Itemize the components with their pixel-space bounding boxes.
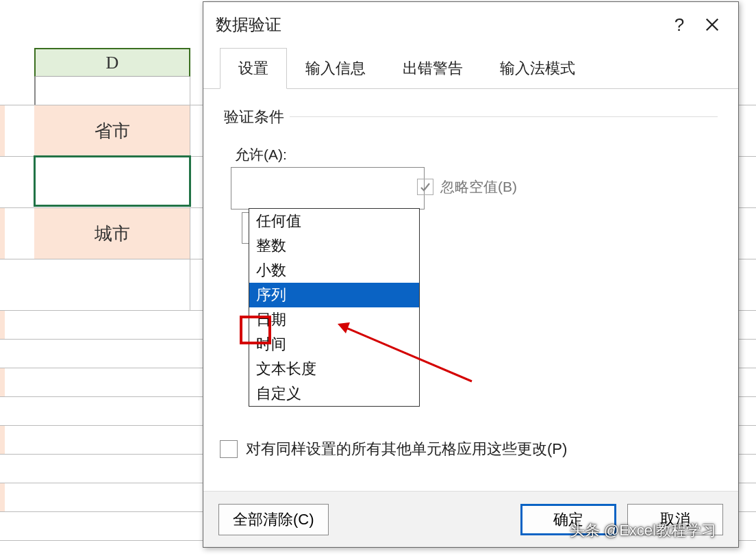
tab-input-message[interactable]: 输入信息 — [287, 48, 384, 89]
row-color-edge — [0, 368, 5, 396]
cell-input-city[interactable] — [34, 259, 190, 310]
tab-error-alert[interactable]: 出错警告 — [384, 48, 481, 89]
close-icon — [705, 17, 720, 32]
allow-option-time[interactable]: 时间 — [249, 332, 419, 357]
cell-label-province[interactable]: 省市 — [34, 105, 190, 156]
column-header-d[interactable]: D — [34, 48, 190, 77]
allow-option-list[interactable]: 序列 — [249, 283, 419, 307]
apply-others-label: 对有同样设置的所有其他单元格应用这些更改(P) — [246, 439, 567, 459]
annotation-highlight-option — [240, 316, 271, 344]
dialog-content: 验证条件 允许(A): 任何值 任何值 整数 小数 序列 日期 时间 文本长度 … — [203, 89, 738, 251]
allow-dropdown-list: 任何值 整数 小数 序列 日期 时间 文本长度 自定义 — [249, 208, 420, 407]
help-button[interactable]: ? — [663, 8, 696, 41]
clear-all-button[interactable]: 全部清除(C) — [218, 504, 329, 535]
dialog-tabs: 设置 输入信息 出错警告 输入法模式 — [203, 47, 738, 89]
annotation-highlight-combo — [231, 167, 425, 209]
data-validation-dialog: 数据验证 ? 设置 输入信息 出错警告 输入法模式 验证条件 允许(A): 任何… — [203, 1, 739, 548]
row-color-edge — [0, 105, 5, 156]
ok-button[interactable]: 确定 — [520, 504, 616, 535]
validation-criteria-label: 验证条件 — [224, 107, 718, 131]
close-button[interactable] — [696, 8, 729, 41]
cancel-button[interactable]: 取消 — [627, 504, 723, 535]
ignore-blank-checkbox[interactable] — [417, 179, 433, 195]
selected-cell-border — [34, 155, 191, 207]
allow-option-decimal[interactable]: 小数 — [249, 258, 419, 283]
ignore-blank-row: 忽略空值(B) — [417, 177, 517, 196]
ignore-blank-label: 忽略空值(B) — [440, 177, 517, 196]
allow-option-text-length[interactable]: 文本长度 — [249, 357, 419, 381]
allow-label: 允许(A): — [235, 145, 718, 164]
allow-option-whole-number[interactable]: 整数 — [249, 233, 419, 258]
row-color-edge — [0, 208, 5, 259]
allow-option-any[interactable]: 任何值 — [249, 209, 419, 233]
tab-settings[interactable]: 设置 — [220, 48, 287, 89]
dialog-title: 数据验证 — [216, 14, 663, 36]
checkmark-icon — [420, 181, 431, 192]
apply-others-row: 对有同样设置的所有其他单元格应用这些更改(P) — [220, 439, 567, 459]
row-color-edge — [0, 311, 5, 339]
row-color-edge — [0, 426, 5, 454]
cell-label-city[interactable]: 城市 — [34, 208, 190, 259]
allow-option-custom[interactable]: 自定义 — [249, 381, 419, 406]
apply-others-checkbox[interactable] — [220, 440, 238, 458]
allow-option-date[interactable]: 日期 — [249, 307, 419, 332]
dialog-titlebar: 数据验证 ? — [203, 2, 738, 47]
row-color-edge — [0, 483, 5, 511]
tab-ime-mode[interactable]: 输入法模式 — [481, 48, 594, 89]
dialog-footer: 全部清除(C) 确定 取消 — [203, 491, 738, 547]
